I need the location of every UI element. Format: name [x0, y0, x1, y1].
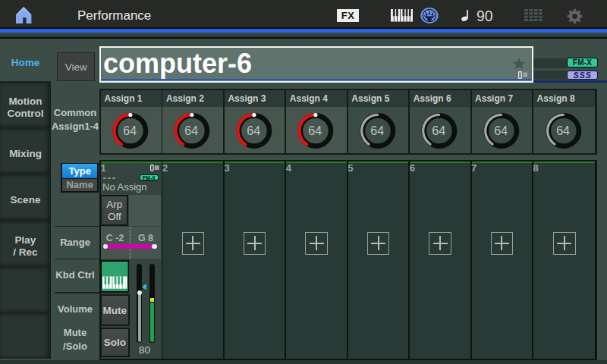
- svg-text:64: 64: [185, 124, 199, 137]
- svg-text:64: 64: [309, 124, 322, 137]
- svg-text:64: 64: [123, 124, 137, 137]
- svg-text:64: 64: [370, 124, 384, 137]
- svg-text:64: 64: [432, 124, 445, 137]
- svg-text:64: 64: [247, 124, 260, 137]
- svg-text:64: 64: [494, 124, 508, 137]
- svg-text:64: 64: [556, 124, 570, 137]
